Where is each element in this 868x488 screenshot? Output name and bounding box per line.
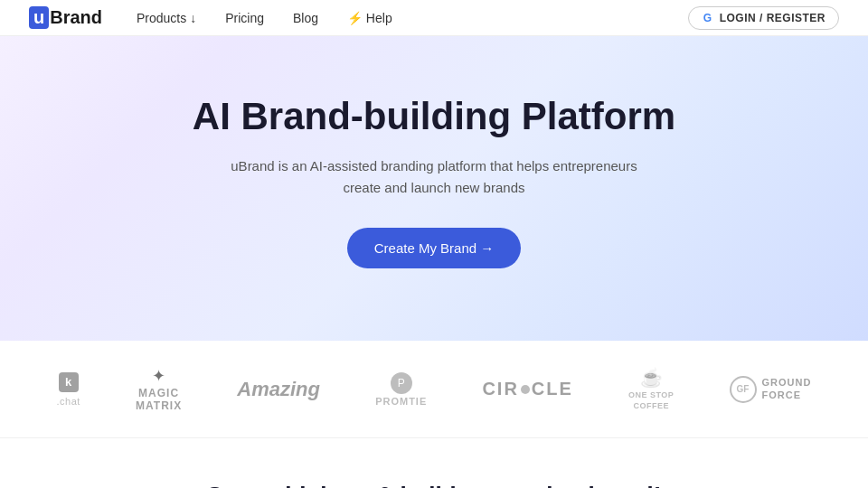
onestop-wrap: ☕ ONE STOPCOFFEE [628, 367, 674, 411]
nav-links: Products ↓ Pricing Blog ⚡ Help [124, 0, 405, 36]
magic-matrix-icon: ✦ [152, 366, 165, 386]
onestop-label: ONE STOPCOFFEE [628, 390, 674, 411]
brand-promtie: P Promtie [375, 372, 427, 407]
kchat-label: .chat [57, 396, 80, 407]
circle-label: CIRCLE [482, 379, 572, 399]
amazing-label: Amazing [237, 378, 320, 401]
brand-section: Start with logo & build a stunning brand… [0, 438, 868, 488]
google-icon: G [702, 12, 714, 24]
brand-kchat: k .chat [57, 372, 80, 407]
login-label: LOGIN / REGISTER [720, 12, 826, 24]
brand-onestop: ☕ ONE STOPCOFFEE [628, 367, 674, 411]
logo-brand: Brand [50, 7, 102, 28]
login-button[interactable]: G LOGIN / REGISTER [688, 6, 839, 30]
navbar: uBrand Products ↓ Pricing Blog ⚡ Help G … [0, 0, 868, 36]
hero-subtitle: uBrand is an AI-assisted branding platfo… [217, 155, 651, 199]
promtie-label: Promtie [375, 396, 427, 407]
hero-title: AI Brand-building Platform [193, 94, 675, 139]
nav-help[interactable]: ⚡ Help [335, 0, 405, 36]
nav-products[interactable]: Products ↓ [124, 0, 209, 36]
brand-amazing: Amazing [237, 378, 320, 401]
nav-pricing[interactable]: Pricing [212, 0, 277, 36]
kchat-icon: k [59, 372, 79, 392]
section-title: Start with logo & build a stunning brand… [29, 482, 839, 488]
brand-magic-matrix: ✦ MAGICMATRIX [136, 366, 182, 411]
promtie-icon: P [391, 372, 412, 394]
brand-groundforce: GF GROUNDFORCE [730, 376, 812, 403]
brand-circle: CIRCLE [482, 379, 572, 399]
groundforce-label: GROUNDFORCE [762, 377, 812, 400]
hero-section: AI Brand-building Platform uBrand is an … [0, 36, 868, 341]
nav-left: uBrand Products ↓ Pricing Blog ⚡ Help [29, 0, 405, 36]
groundforce-icon: GF [730, 376, 757, 403]
circle-dot [521, 385, 530, 394]
logo-u: u [29, 6, 49, 29]
logo[interactable]: uBrand [29, 6, 102, 29]
onestop-icon: ☕ [628, 367, 674, 389]
nav-right: G LOGIN / REGISTER [688, 6, 839, 30]
cta-button[interactable]: Create My Brand → [347, 228, 522, 268]
magic-matrix-wrap: ✦ MAGICMATRIX [136, 366, 182, 411]
groundforce-wrap: GF GROUNDFORCE [730, 376, 812, 403]
nav-blog[interactable]: Blog [280, 0, 331, 36]
promtie-wrap: P Promtie [375, 372, 427, 407]
logo-strip: k .chat ✦ MAGICMATRIX Amazing P Promtie … [0, 341, 868, 437]
magic-matrix-label: MAGICMATRIX [136, 388, 182, 411]
